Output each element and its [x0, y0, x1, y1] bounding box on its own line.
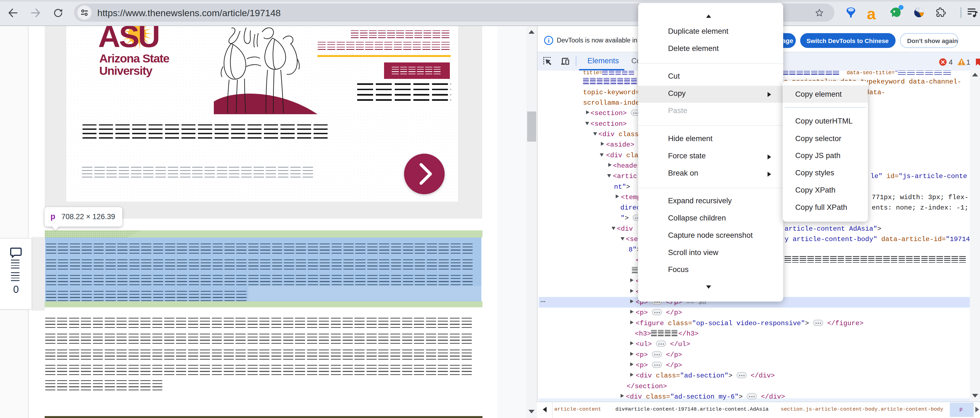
- svg-text:ASU: ASU: [98, 26, 159, 54]
- svg-text:Arizona State: Arizona State: [99, 52, 169, 65]
- svg-text:University: University: [99, 64, 153, 77]
